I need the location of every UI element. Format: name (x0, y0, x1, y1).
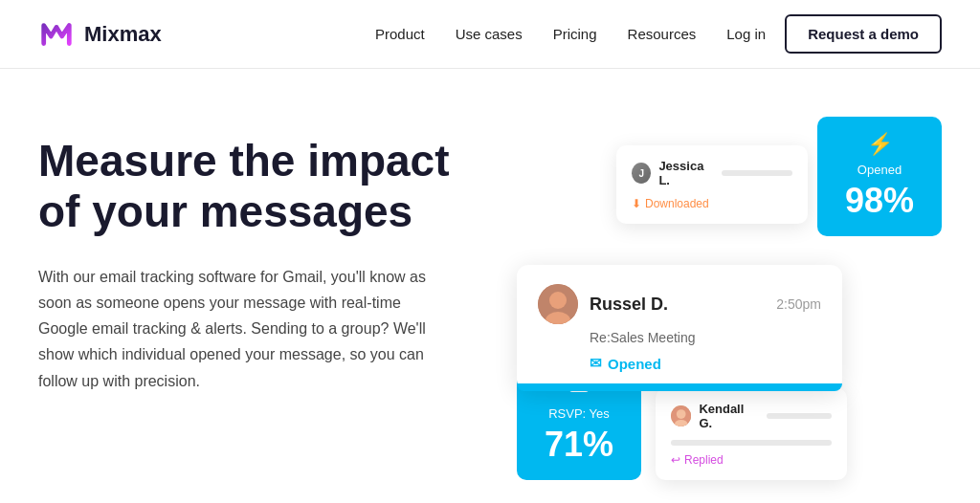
opened-label: Opened (835, 163, 924, 177)
avatar-kendall (671, 405, 691, 426)
russel-status: ✉ Opened (590, 355, 821, 372)
svg-point-10 (677, 409, 686, 419)
nav-links: Product Use cases Pricing Resources (375, 26, 696, 42)
russel-subject: Re:Sales Meeting (590, 330, 821, 345)
login-link[interactable]: Log in (726, 26, 766, 42)
envelope-icon: ✉ (590, 355, 602, 372)
nav-resources[interactable]: Resources (628, 26, 697, 42)
card-opened-big: ⚡ Opened 98% (817, 117, 942, 236)
logo-text: Mixmax (84, 22, 162, 47)
card-russel: Russel D. 2:50pm Re:Sales Meeting ✉ Open… (517, 265, 842, 391)
kendall-line-bar (767, 413, 832, 419)
nav-product[interactable]: Product (375, 26, 425, 42)
card-jessica: J Jessica L. ⬇ Downloaded (616, 145, 808, 224)
hero-right: J Jessica L. ⬇ Downloaded ⚡ Opened 98% R… (498, 117, 942, 499)
avatar-jessica: J (632, 163, 651, 184)
russel-blue-bar (517, 383, 842, 391)
hero-title: Measure the impact of your messages (38, 136, 498, 237)
svg-point-2 (549, 292, 567, 309)
logo-icon (38, 16, 75, 53)
jessica-line-bar (722, 170, 792, 176)
card-kendall: Kendall G. ↩ Replied (656, 388, 847, 480)
avatar-russel (538, 284, 578, 324)
russel-name: Russel D. (590, 295, 765, 315)
hero-left: Measure the impact of your messages With… (38, 126, 498, 394)
opened-percent: 98% (835, 181, 924, 221)
reply-icon: ↩ (671, 453, 680, 467)
kendall-name: Kendall G. (699, 402, 759, 430)
jessica-status: ⬇ Downloaded (632, 197, 792, 210)
hero-section: Measure the impact of your messages With… (0, 69, 980, 503)
nav-pricing[interactable]: Pricing (553, 26, 597, 42)
russel-time: 2:50pm (776, 296, 821, 312)
jessica-name: Jessica L. (658, 159, 714, 187)
hero-description: With our email tracking software for Gma… (38, 264, 450, 394)
request-demo-button[interactable]: Request a demo (785, 14, 942, 54)
navbar: Mixmax Product Use cases Pricing Resourc… (0, 0, 980, 69)
kendall-status: ↩ Replied (671, 453, 832, 467)
kendall-line-bar2 (671, 440, 832, 446)
logo-area[interactable]: Mixmax (38, 16, 162, 53)
download-icon: ⬇ (632, 197, 641, 210)
rsvp-label: RSVP: Yes (534, 406, 624, 421)
lightning-icon: ⚡ (835, 132, 924, 157)
nav-use-cases[interactable]: Use cases (456, 26, 523, 42)
rsvp-percent: 71% (534, 425, 624, 465)
